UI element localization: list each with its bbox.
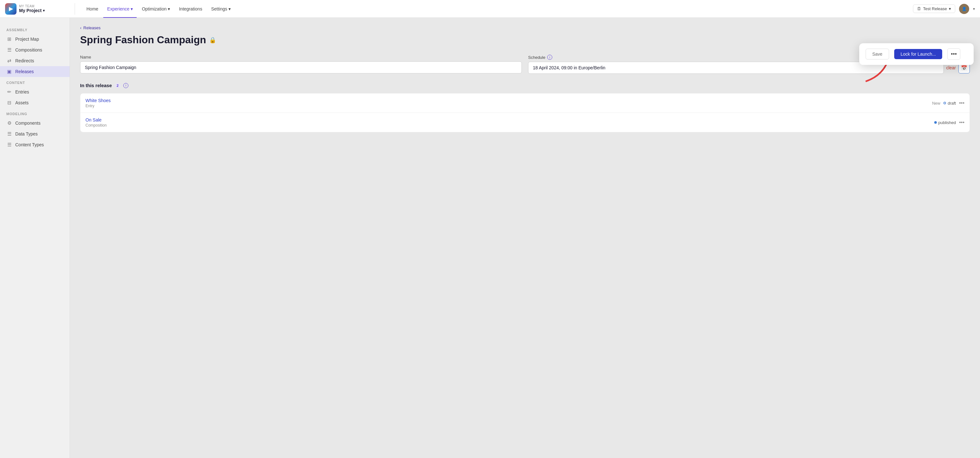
app-logo: ▶	[5, 3, 16, 14]
top-nav: ▶ MY TEAM My Project ▾ Home Experience ▾…	[0, 0, 980, 18]
release-selector[interactable]: 🗓 Test Release ▾	[913, 5, 955, 13]
clear-button[interactable]: clear	[946, 65, 956, 70]
settings-dropdown-icon: ▾	[229, 6, 231, 11]
status-text-draft: draft	[948, 101, 956, 105]
compositions-icon: ☰	[6, 47, 12, 53]
sidebar-section-content: CONTENT	[0, 77, 70, 86]
nav-links: Home Experience ▾ Optimization ▾ Integra…	[75, 5, 913, 13]
popup-box: Save Lock for Launch... •••	[859, 43, 974, 65]
item-name-white-shoes[interactable]: White Shoes	[86, 98, 111, 103]
sidebar-item-components[interactable]: ⚙ Components	[0, 118, 70, 129]
popup-more-button[interactable]: •••	[947, 48, 960, 60]
item-status-area-on-sale: published •••	[934, 120, 964, 125]
nav-right: 🗓 Test Release ▾ 👤 ▾	[913, 4, 975, 14]
status-badge-published: published	[934, 120, 956, 125]
item-info-white-shoes: White Shoes Entry	[86, 98, 111, 108]
components-icon: ⚙	[6, 120, 12, 126]
sidebar-item-redirects[interactable]: ⇄ Redirects	[0, 55, 70, 66]
item-more-white-shoes[interactable]: •••	[959, 100, 964, 106]
table-row: On Sale Composition published •••	[80, 113, 969, 132]
popup-save-button[interactable]: Save	[865, 49, 889, 59]
name-group: Name	[80, 55, 522, 74]
schedule-info-icon[interactable]: i	[547, 55, 552, 60]
page-lock-icon: 🔒	[209, 37, 216, 43]
nav-integrations[interactable]: Integrations	[175, 5, 206, 13]
experience-dropdown-icon: ▾	[130, 6, 133, 11]
breadcrumb[interactable]: ‹ Releases	[80, 26, 970, 30]
item-type-on-sale: Composition	[86, 123, 107, 128]
sidebar-item-compositions[interactable]: ☰ Compositions	[0, 45, 70, 55]
release-items-title: In this release	[80, 83, 112, 88]
sidebar-item-assets[interactable]: ⊟ Assets	[0, 97, 70, 108]
nav-home[interactable]: Home	[83, 5, 102, 13]
breadcrumb-back-icon: ‹	[80, 26, 81, 30]
popup-lock-launch-button[interactable]: Lock for Launch...	[894, 49, 942, 59]
team-info: MY TEAM My Project ▾	[19, 5, 45, 13]
sidebar: ASSEMBLY ⊞ Project Map ☰ Compositions ⇄ …	[0, 18, 70, 458]
release-items-list: White Shoes Entry New draft •••	[80, 93, 970, 132]
content-types-icon: ☰	[6, 142, 12, 148]
sidebar-item-data-types[interactable]: ☰ Data Types	[0, 129, 70, 139]
status-dot-draft	[943, 102, 946, 104]
release-items-count: 2	[115, 83, 121, 88]
sidebar-item-releases[interactable]: ▣ Releases	[0, 66, 70, 77]
page-header: Spring Fashion Campaign 🔒 Save Lock for …	[80, 34, 970, 46]
nav-experience[interactable]: Experience ▾	[103, 5, 137, 13]
status-badge-draft: draft	[943, 101, 956, 105]
assets-icon: ⊟	[6, 100, 12, 105]
optimization-dropdown-icon: ▾	[168, 6, 170, 11]
item-name-on-sale[interactable]: On Sale	[86, 117, 107, 123]
team-name: MY TEAM	[19, 5, 45, 8]
sidebar-item-project-map[interactable]: ⊞ Project Map	[0, 34, 70, 45]
nav-settings[interactable]: Settings ▾	[207, 5, 234, 13]
app-body: ASSEMBLY ⊞ Project Map ☰ Compositions ⇄ …	[0, 18, 980, 458]
main-content: ‹ Releases Spring Fashion Campaign 🔒 Sav…	[70, 18, 980, 140]
page-title: Spring Fashion Campaign	[80, 34, 206, 46]
redirects-icon: ⇄	[6, 58, 12, 64]
form-row: Name Schedule i clear 📅	[80, 55, 970, 74]
release-calendar-icon: 🗓	[917, 6, 921, 11]
project-name[interactable]: My Project ▾	[19, 8, 45, 13]
sidebar-section-modeling: MODELING	[0, 108, 70, 118]
main-wrapper: ‹ Releases Spring Fashion Campaign 🔒 Sav…	[70, 18, 980, 458]
user-avatar[interactable]: 👤	[959, 4, 969, 14]
item-more-on-sale[interactable]: •••	[959, 120, 964, 125]
calendar-icon: 📅	[961, 65, 967, 71]
item-type-white-shoes: Entry	[86, 104, 111, 108]
nav-optimization[interactable]: Optimization ▾	[138, 5, 174, 13]
sidebar-section-assembly: ASSEMBLY	[0, 24, 70, 34]
status-dot-published	[934, 121, 937, 124]
item-info-on-sale: On Sale Composition	[86, 117, 107, 128]
user-dropdown-icon[interactable]: ▾	[973, 7, 975, 11]
name-input[interactable]	[80, 61, 522, 73]
page-title-row: Spring Fashion Campaign 🔒	[80, 34, 216, 46]
sidebar-item-content-types[interactable]: ☰ Content Types	[0, 139, 70, 150]
project-map-icon: ⊞	[6, 36, 12, 42]
releases-icon: ▣	[6, 69, 12, 74]
release-dropdown-icon: ▾	[949, 6, 951, 11]
data-types-icon: ☰	[6, 131, 12, 137]
item-status-new: New	[932, 101, 940, 105]
status-text-published: published	[939, 120, 956, 125]
sidebar-item-entries[interactable]: ✏ Entries	[0, 86, 70, 97]
release-items-info-icon[interactable]: i	[123, 83, 128, 88]
name-label: Name	[80, 55, 522, 59]
logo-area: ▶ MY TEAM My Project ▾	[5, 3, 75, 14]
entries-icon: ✏	[6, 89, 12, 95]
item-status-area-white-shoes: New draft •••	[932, 100, 964, 106]
table-row: White Shoes Entry New draft •••	[80, 94, 969, 113]
release-items-header: In this release 2 i	[80, 83, 970, 88]
project-dropdown-icon: ▾	[43, 9, 45, 13]
